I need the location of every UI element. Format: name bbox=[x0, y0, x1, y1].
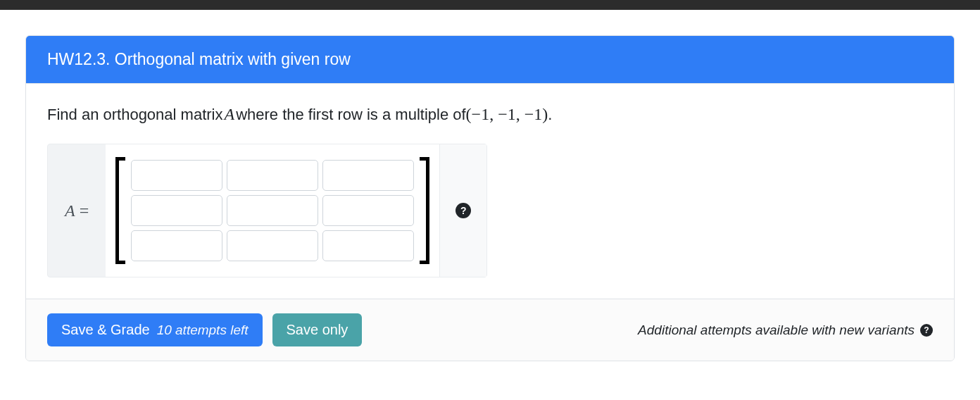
matrix-wrap bbox=[106, 144, 439, 277]
window-topbar bbox=[0, 0, 980, 10]
bracket-left bbox=[115, 157, 125, 264]
question-title: HW12.3. Orthogonal matrix with given row bbox=[47, 50, 351, 68]
question-card: HW12.3. Orthogonal matrix with given row… bbox=[25, 35, 955, 361]
matrix-cell-1-0[interactable] bbox=[131, 195, 222, 226]
matrix-cell-2-2[interactable] bbox=[322, 230, 414, 261]
answer-label-eq: = bbox=[75, 201, 89, 220]
card-footer: Save & Grade 10 attempts left Save only … bbox=[26, 299, 954, 361]
matrix-cell-0-2[interactable] bbox=[322, 160, 414, 191]
help-icon[interactable]: ? bbox=[920, 324, 933, 337]
prompt-vector: (−1, −1, −1) bbox=[466, 105, 548, 124]
bracket-right bbox=[420, 157, 429, 264]
save-grade-button[interactable]: Save & Grade 10 attempts left bbox=[47, 313, 263, 346]
help-glyph: ? bbox=[924, 325, 929, 335]
page-content: HW12.3. Orthogonal matrix with given row… bbox=[0, 10, 980, 387]
save-only-button[interactable]: Save only bbox=[272, 313, 363, 346]
card-body: Find an orthogonal matrix A where the fi… bbox=[26, 84, 954, 299]
save-only-label: Save only bbox=[287, 322, 348, 338]
answer-label: A = bbox=[48, 144, 106, 277]
matrix-cell-0-0[interactable] bbox=[131, 160, 222, 191]
matrix-cell-1-1[interactable] bbox=[227, 195, 318, 226]
prompt-matrix-var: A bbox=[222, 105, 236, 124]
matrix-cell-1-2[interactable] bbox=[322, 195, 414, 226]
footer-right: Additional attempts available with new v… bbox=[638, 323, 933, 338]
matrix-cell-2-0[interactable] bbox=[131, 230, 222, 261]
answer-label-var: A bbox=[65, 201, 75, 220]
prompt-mid: where the first row is a multiple of bbox=[236, 106, 465, 124]
save-grade-label: Save & Grade bbox=[61, 322, 150, 338]
question-prompt: Find an orthogonal matrix A where the fi… bbox=[47, 105, 933, 124]
matrix-cell-0-1[interactable] bbox=[227, 160, 318, 191]
additional-attempts-text: Additional attempts available with new v… bbox=[638, 323, 915, 338]
help-glyph: ? bbox=[460, 205, 467, 216]
prompt-tail: . bbox=[548, 106, 552, 124]
matrix-grid bbox=[125, 157, 420, 264]
matrix-cell-2-1[interactable] bbox=[227, 230, 318, 261]
help-icon[interactable]: ? bbox=[456, 203, 471, 218]
answer-area: A = bbox=[47, 144, 487, 277]
card-header: HW12.3. Orthogonal matrix with given row bbox=[26, 36, 954, 84]
prompt-lead: Find an orthogonal matrix bbox=[47, 106, 222, 124]
attempts-left: 10 attempts left bbox=[157, 323, 249, 338]
matrix-help-col: ? bbox=[439, 144, 486, 277]
